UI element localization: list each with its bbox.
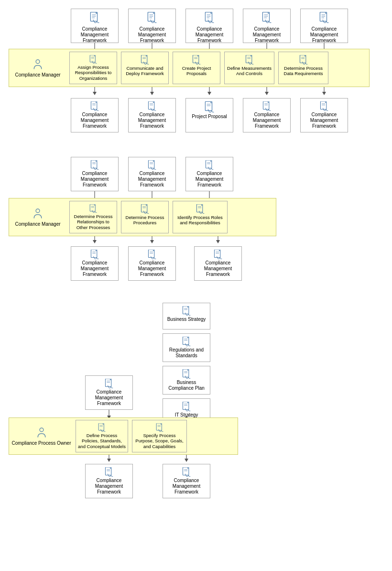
label-s1b3: Project Proposal xyxy=(192,114,227,120)
label-s3b1: Compliance Management Framework xyxy=(87,478,131,495)
section-2: Compliance Management Framework Complian… xyxy=(0,153,392,289)
node-s3r1: Business Strategy xyxy=(163,303,210,329)
node-s3l1: Compliance Management Framework xyxy=(85,375,133,410)
task-s1p1: Assign Process Responsibilities to Organ… xyxy=(69,52,117,84)
label-s1b2: Compliance Management Framework xyxy=(131,112,174,129)
task-label-s1p2: Communicate and Deploy Framework xyxy=(123,66,166,77)
task-s2p2: Determine Process Procedures xyxy=(121,201,169,233)
label-s3l1: Compliance Management Framework xyxy=(87,389,131,406)
task-label-s2p1: Determine Process Relationships to Other… xyxy=(72,214,115,230)
node-s2t3: Compliance Management Framework xyxy=(185,157,233,191)
label-s2t3: Compliance Management Framework xyxy=(188,171,231,188)
section-3: Business Strategy Regulations and Standa… xyxy=(0,299,392,500)
task-s1p3: Create Project Proposals xyxy=(173,52,220,84)
task-s1p5: Determine Process Data Requirements xyxy=(278,52,328,84)
node-s1t1: Compliance Management Framework xyxy=(71,9,119,43)
role-s3: Compliance Process Owner xyxy=(9,425,74,448)
task-s3p1: Define Process Policies, Standards, and … xyxy=(76,420,128,452)
label-s1t4: Compliance Management Framework xyxy=(245,26,288,44)
label-s3r3: Business Compliance Plan xyxy=(165,380,208,391)
task-s2p1: Determine Process Relationships to Other… xyxy=(69,201,117,233)
task-label-s2p3: Identify Process Roles and Responsibilit… xyxy=(175,215,225,226)
node-s1b4: Compliance Management Framework xyxy=(243,98,291,132)
node-s1b1: Compliance Management Framework xyxy=(71,98,119,132)
node-s3r3: Business Compliance Plan xyxy=(163,366,210,395)
svg-marker-35 xyxy=(207,92,211,95)
compliance-diagram: Compliance Management Framework Complian… xyxy=(0,0,392,505)
role-label-s1: Compliance Manager xyxy=(15,72,60,77)
label-s2b1: Compliance Management Framework xyxy=(73,260,116,277)
node-s1t3: Compliance Management Framework xyxy=(185,9,233,43)
node-s2b1: Compliance Management Framework xyxy=(71,246,119,281)
task-label-s1p1: Assign Process Responsibilities to Organ… xyxy=(72,65,115,81)
task-s2p3: Identify Process Roles and Responsibilit… xyxy=(173,201,228,233)
process-row-s2: Compliance Manager Determine Process Rel… xyxy=(9,198,276,236)
label-s3b2: Compliance Management Framework xyxy=(165,478,208,495)
doc-icon-s1t1 xyxy=(89,12,100,26)
svg-marker-89 xyxy=(150,240,154,243)
node-s1b2: Compliance Management Framework xyxy=(128,98,176,132)
task-label-s2p2: Determine Process Procedures xyxy=(123,215,166,226)
label-s1b1: Compliance Management Framework xyxy=(73,112,116,129)
process-row-s3: Compliance Process Owner Define Process … xyxy=(9,417,238,455)
label-s2b2: Compliance Management Framework xyxy=(131,260,174,277)
svg-marker-37 xyxy=(265,92,269,95)
doc-icon-s1t2 xyxy=(147,12,157,26)
label-s1t5: Compliance Management Framework xyxy=(303,26,346,44)
node-s1b3: Project Proposal xyxy=(185,98,233,132)
role-s2: Compliance Manager xyxy=(9,206,66,229)
label-s1b5: Compliance Management Framework xyxy=(303,112,346,129)
node-s1t4: Compliance Management Framework xyxy=(243,9,291,43)
process-row-s1: Compliance Manager Assign Process Respon… xyxy=(9,49,370,87)
task-label-s1p5: Determine Process Data Requirements xyxy=(281,66,326,77)
task-label-s3p1: Define Process Policies, Standards, and … xyxy=(78,433,126,449)
label-s2t2: Compliance Management Framework xyxy=(131,171,174,188)
node-s2b3: Compliance Management Framework xyxy=(194,246,242,281)
task-label-s3p2: Specify Process Purpose, Scope, Goals, a… xyxy=(134,433,185,449)
svg-point-92 xyxy=(36,209,40,213)
doc-icon-s1t5 xyxy=(319,12,329,26)
role-label-s3: Compliance Process Owner xyxy=(12,440,71,446)
svg-marker-131 xyxy=(107,459,111,462)
doc-icon-s1t4 xyxy=(261,12,272,26)
task-label-s1p3: Create Project Proposals xyxy=(175,66,218,77)
node-s1b5: Compliance Management Framework xyxy=(300,98,348,132)
label-s1t1: Compliance Management Framework xyxy=(73,26,116,44)
label-s2b3: Compliance Management Framework xyxy=(196,260,240,277)
svg-marker-31 xyxy=(93,92,97,95)
label-s3r1: Business Strategy xyxy=(167,317,206,322)
node-s3b2: Compliance Management Framework xyxy=(163,464,210,498)
svg-marker-33 xyxy=(150,92,154,95)
node-s3r2: Regulations and Standards xyxy=(163,333,210,362)
node-s2t1: Compliance Management Framework xyxy=(71,157,119,191)
svg-point-134 xyxy=(40,428,44,432)
task-label-s1p4: Define Measurements And Controls xyxy=(227,66,272,77)
task-s3p2: Specify Process Purpose, Scope, Goals, a… xyxy=(132,420,187,452)
label-s1t3: Compliance Management Framework xyxy=(188,26,231,44)
svg-point-40 xyxy=(36,60,40,64)
svg-marker-87 xyxy=(93,240,97,243)
label-s2t1: Compliance Management Framework xyxy=(73,171,116,188)
role-label-s2: Compliance Manager xyxy=(15,221,60,227)
label-s1b4: Compliance Management Framework xyxy=(245,112,288,129)
doc-icon-s1t3 xyxy=(204,12,215,26)
label-s1t2: Compliance Management Framework xyxy=(131,26,174,44)
node-s2t2: Compliance Management Framework xyxy=(128,157,176,191)
node-s3b1: Compliance Management Framework xyxy=(85,464,133,498)
task-s1p4: Define Measurements And Controls xyxy=(224,52,274,84)
svg-marker-39 xyxy=(322,92,326,95)
svg-marker-133 xyxy=(185,459,188,462)
label-s3r2: Regulations and Standards xyxy=(165,347,208,359)
task-s1p2: Communicate and Deploy Framework xyxy=(121,52,169,84)
section-1: Compliance Management Framework Complian… xyxy=(0,5,392,143)
node-s2b2: Compliance Management Framework xyxy=(128,246,176,281)
svg-marker-91 xyxy=(216,240,220,243)
node-s1t2: Compliance Management Framework xyxy=(128,9,176,43)
node-s1t5: Compliance Management Framework xyxy=(300,9,348,43)
role-s1: Compliance Manager xyxy=(9,56,66,79)
